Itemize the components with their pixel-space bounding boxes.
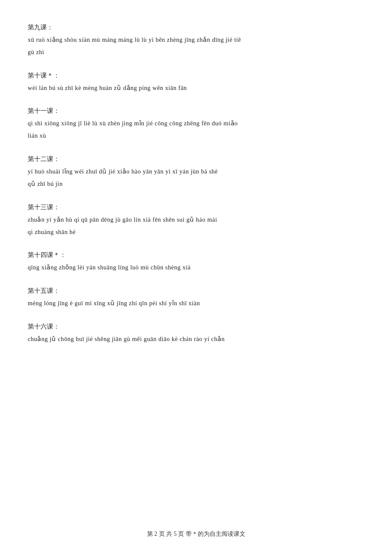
lesson-13-line-2: qì zhuàng shān hé (28, 226, 364, 238)
lesson-15-content: méng lóng jīng è guī mì xīng xǔ jīng zhí… (28, 298, 364, 309)
lesson-14-block: 第十四课＊： qīng xiǎng zhǒng lèi yán shuāng l… (28, 251, 364, 273)
lesson-12-title: 第十二课： (28, 155, 364, 163)
lesson-11-line-1: qì shì xiōng xiōng jī liè lù xù zhèn jìn… (28, 118, 364, 129)
lesson-15-line-1: méng lóng jīng è guī mì xīng xǔ jīng zhí… (28, 298, 364, 309)
lesson-11-content: qì shì xiōng xiōng jī liè lù xù zhèn jìn… (28, 118, 364, 142)
lesson-9-content: xū ruò xiǎng shòu xiàn mù máng máng lù l… (28, 34, 364, 58)
lesson-16-content: chuǎng jǔ chōng huī jié shěng jiān gù mě… (28, 333, 364, 345)
lesson-15-block: 第十五课： méng lóng jīng è guī mì xīng xǔ jī… (28, 287, 364, 309)
lesson-12-block: 第十二课： yí huò shuài lǐng wéi zhuī dǔ jié … (28, 155, 364, 190)
lesson-10-line-1: wèi lán bú sù zhī kè mèng huàn zǔ dǎng p… (28, 82, 364, 94)
lesson-14-title: 第十四课＊： (28, 251, 364, 259)
lesson-11-block: 第十一课： qì shì xiōng xiōng jī liè lù xù zh… (28, 107, 364, 142)
lesson-10-content: wèi lán bú sù zhī kè mèng huàn zǔ dǎng p… (28, 82, 364, 94)
lesson-9-block: 第九课： xū ruò xiǎng shòu xiàn mù máng máng… (28, 23, 364, 58)
lesson-16-line-1: chuǎng jǔ chōng huī jié shěng jiān gù mě… (28, 333, 364, 345)
lesson-10-block: 第十课＊： wèi lán bú sù zhī kè mèng huàn zǔ … (28, 72, 364, 94)
lesson-16-title: 第十六课： (28, 323, 364, 331)
footer-text: 第 2 页 共 5 页 带＊的为自主阅读课文 (147, 531, 245, 537)
lesson-15-title: 第十五课： (28, 287, 364, 295)
page-footer: 第 2 页 共 5 页 带＊的为自主阅读课文 (0, 530, 392, 538)
lesson-13-title: 第十三课： (28, 203, 364, 211)
lesson-12-line-1: yí huò shuài lǐng wéi zhuī dǔ jié xiǎo h… (28, 166, 364, 177)
lesson-9-line-1: xū ruò xiǎng shòu xiàn mù máng máng lù l… (28, 34, 364, 46)
page: 第九课： xū ruò xiǎng shòu xiàn mù máng máng… (0, 0, 392, 555)
lesson-14-content: qīng xiǎng zhǒng lèi yán shuāng líng luò… (28, 262, 364, 273)
lesson-11-title: 第十一课： (28, 107, 364, 115)
lesson-9-line-2: gù zhì (28, 46, 364, 58)
lesson-10-title: 第十课＊： (28, 72, 364, 80)
lesson-13-line-1: zhuǎn yí yǎn hù qí qū pān dēng jù gāo lí… (28, 214, 364, 225)
lesson-12-line-2: qǔ zhī bú jìn (28, 178, 364, 190)
lesson-14-line-1: qīng xiǎng zhǒng lèi yán shuāng líng luò… (28, 262, 364, 273)
lesson-11-line-2: lián xù (28, 130, 364, 142)
lesson-12-content: yí huò shuài lǐng wéi zhuī dǔ jié xiǎo h… (28, 166, 364, 190)
lesson-9-title: 第九课： (28, 23, 364, 32)
lesson-13-block: 第十三课： zhuǎn yí yǎn hù qí qū pān dēng jù … (28, 203, 364, 238)
lesson-16-block: 第十六课： chuǎng jǔ chōng huī jié shěng jiān… (28, 323, 364, 345)
lesson-13-content: zhuǎn yí yǎn hù qí qū pān dēng jù gāo lí… (28, 214, 364, 238)
